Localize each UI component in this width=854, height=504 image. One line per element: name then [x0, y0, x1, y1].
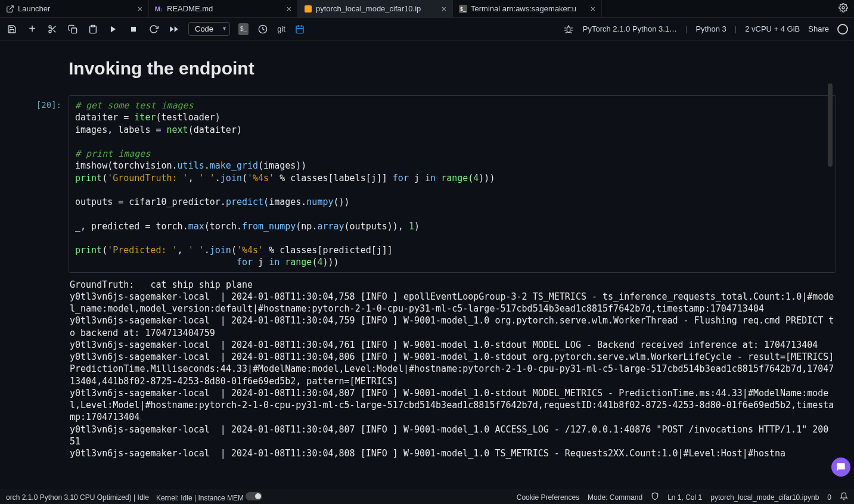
svg-line-0	[10, 5, 13, 9]
markdown-icon: M↓	[155, 5, 163, 13]
status-file[interactable]: pytorch_local_mode_cifar10.ipynb	[710, 493, 819, 502]
git-label[interactable]: git	[277, 24, 285, 33]
svg-marker-13	[170, 26, 173, 32]
run-button[interactable]	[107, 23, 119, 35]
output-text: GroundTruth: cat ship ship plane y0tl3vn…	[70, 279, 836, 460]
status-image[interactable]: orch 2.1.0 Python 3.10 CPU Optimized) | …	[6, 493, 149, 502]
code-input[interactable]: # get some test images dataiter = iter(t…	[69, 95, 836, 273]
share-button[interactable]: Share	[808, 24, 829, 33]
line-col[interactable]: Ln 1, Col 1	[667, 493, 702, 502]
cell-prompt: [20]:	[33, 95, 69, 273]
close-icon[interactable]: ×	[442, 4, 446, 14]
terminal-icon: $_	[459, 5, 467, 13]
tab-readme[interactable]: M↓ README.md ×	[149, 0, 298, 17]
tab-notebook[interactable]: pytorch_local_mode_cifar10.ip ×	[298, 0, 453, 17]
settings-icon[interactable]	[833, 3, 854, 15]
code-content[interactable]: # get some test images dataiter = iter(t…	[75, 99, 830, 269]
status-bar: orch 2.1.0 Python 3.10 CPU Optimized) | …	[0, 490, 854, 504]
copy-button[interactable]	[67, 23, 79, 35]
svg-rect-11	[131, 27, 136, 32]
stop-button[interactable]	[128, 23, 139, 35]
mem-toggle[interactable]	[246, 492, 262, 500]
git-diff-button[interactable]	[294, 23, 306, 35]
add-cell-button[interactable]: +	[26, 23, 38, 35]
bell-icon[interactable]	[840, 492, 848, 502]
close-icon[interactable]: ×	[287, 4, 291, 14]
svg-rect-8	[72, 28, 77, 33]
close-icon[interactable]: ×	[591, 4, 595, 14]
cut-button[interactable]	[46, 23, 58, 35]
mode-indicator[interactable]: Mode: Command	[588, 493, 642, 502]
svg-rect-9	[91, 25, 94, 27]
svg-rect-1	[305, 5, 312, 13]
tab-label: pytorch_local_mode_cifar10.ip	[316, 4, 421, 13]
notebook-surface: Invoking the endpoint [20]: # get some t…	[0, 41, 854, 490]
code-cell[interactable]: [20]: # get some test images dataiter = …	[33, 95, 836, 273]
kernel-status-icon[interactable]	[837, 24, 848, 35]
paste-button[interactable]	[87, 23, 99, 35]
svg-line-7	[51, 27, 52, 29]
runtime-label[interactable]: PyTorch 2.1.0 Python 3.1…	[583, 24, 677, 33]
tab-label: README.md	[167, 4, 213, 13]
tab-bar: Launcher × M↓ README.md × pytorch_local_…	[0, 0, 854, 18]
cookie-preferences[interactable]: Cookie Preferences	[517, 493, 579, 502]
svg-rect-15	[296, 26, 303, 33]
scrollbar-thumb[interactable]	[828, 83, 833, 167]
status-count: 0	[827, 493, 831, 502]
bug-icon[interactable]	[563, 23, 574, 35]
close-icon[interactable]: ×	[138, 4, 142, 14]
svg-point-4	[49, 30, 51, 33]
section-title: Invoking the endpoint	[69, 58, 836, 79]
notebook-toolbar: + Code $_ git PyTorch 2.1.0 Python 3.1… …	[0, 18, 854, 41]
kernel-label[interactable]: Python 3	[695, 24, 726, 33]
compute-label[interactable]: 2 vCPU + 4 GiB	[745, 24, 800, 33]
tab-launcher[interactable]: Launcher ×	[0, 0, 149, 17]
tab-terminal[interactable]: $_ Terminal arn:aws:sagemaker:u ×	[453, 0, 602, 17]
svg-marker-10	[111, 26, 116, 32]
tab-label: Launcher	[18, 4, 50, 13]
chat-button[interactable]	[831, 458, 850, 477]
svg-rect-19	[567, 27, 570, 32]
tab-label: Terminal arn:aws:sagemaker:u	[471, 4, 576, 13]
save-button[interactable]	[6, 23, 18, 35]
cell-output: GroundTruth: cat ship ship plane y0tl3vn…	[69, 273, 836, 460]
svg-point-3	[49, 26, 51, 28]
trust-icon[interactable]	[651, 492, 659, 502]
status-kernel[interactable]: Kernel: Idle | Instance MEM	[156, 492, 263, 502]
external-icon	[6, 5, 14, 13]
fast-forward-button[interactable]	[168, 23, 180, 35]
svg-marker-12	[175, 26, 178, 32]
svg-point-2	[842, 7, 844, 9]
history-button[interactable]	[257, 23, 269, 35]
notebook-icon	[304, 5, 312, 13]
restart-button[interactable]	[148, 23, 160, 35]
svg-line-6	[54, 30, 56, 32]
variable-inspector-button[interactable]: $_	[238, 23, 249, 35]
cell-type-dropdown[interactable]: Code	[188, 22, 230, 36]
